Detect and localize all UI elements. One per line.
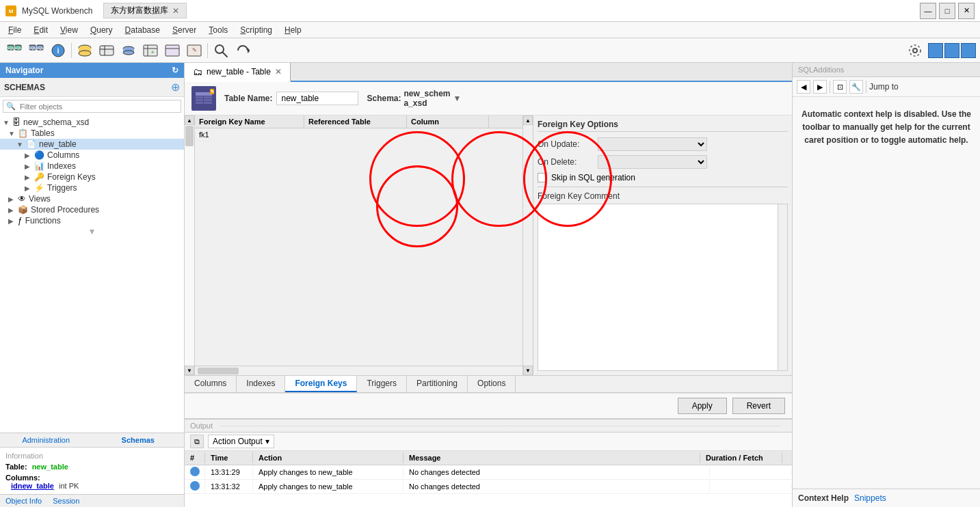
tab-indexes[interactable]: Indexes — [237, 376, 285, 392]
menu-scripting[interactable]: Scripting — [235, 24, 278, 36]
navigator-refresh-icon[interactable]: ↻ — [172, 66, 178, 75]
schemas-add-icon[interactable]: ⊕ — [171, 81, 180, 94]
toolbar-info[interactable]: i — [48, 41, 68, 60]
tree-scroll-down[interactable]: ▼ — [0, 226, 184, 237]
skip-sql-row: Skip in SQL generation — [538, 173, 788, 182]
db-tab[interactable]: 东方财富数据库 ✕ — [103, 3, 187, 18]
tree-new-table-item[interactable]: ▼ 📄 new_table — [0, 139, 184, 150]
toolbar-new-table[interactable]: + — [140, 41, 161, 60]
tab-partitioning[interactable]: Partitioning — [407, 376, 468, 392]
table-tab-close[interactable]: ✕ — [275, 67, 282, 77]
app-icon: M — [5, 5, 16, 16]
tree-foreign-keys-item[interactable]: ▶ 🔑 Foreign Keys — [0, 172, 184, 182]
object-info-tab[interactable]: Object Info — [0, 495, 47, 507]
scroll-up-btn[interactable]: ▲ — [185, 115, 194, 125]
menu-file[interactable]: File — [3, 24, 27, 36]
fk-col-ref-header: Referenced Table — [304, 115, 407, 128]
context-help-tab[interactable]: Context Help — [798, 493, 849, 503]
on-update-select[interactable] — [598, 137, 707, 151]
tree-views-item[interactable]: ▶ 👁 Views — [0, 193, 184, 204]
tab-columns[interactable]: Columns — [185, 376, 237, 392]
sql-back-btn[interactable]: ◀ — [797, 80, 810, 94]
out-header-message: Message — [403, 452, 700, 463]
fk-col-cell — [407, 128, 489, 141]
app-title: MySQL Workbench — [22, 6, 92, 16]
filter-box: 🔍 — [3, 100, 181, 113]
tree-schema-item[interactable]: ▼ 🗄 new_schema_xsd — [0, 117, 184, 128]
layout-btn-3[interactable] — [961, 43, 976, 58]
toolbar-open-table[interactable] — [96, 41, 117, 60]
schema-icon: 🗄 — [12, 118, 21, 127]
fk-row-0[interactable]: fk1 — [195, 128, 522, 141]
fk-col-col-header: Column — [407, 115, 489, 128]
schema-dropdown-arrow[interactable]: ▼ — [453, 94, 462, 103]
fk-row-empty[interactable] — [195, 141, 522, 278]
scroll-down-btn[interactable]: ▼ — [185, 366, 194, 375]
toolbar-search[interactable] — [211, 41, 231, 60]
action-output-dropdown[interactable]: Action Output ▾ — [208, 435, 274, 448]
tab-foreign-keys[interactable]: Foreign Keys — [285, 376, 357, 392]
toolbar-settings[interactable] — [905, 41, 925, 60]
scroll-thumb[interactable] — [185, 126, 194, 146]
tree-columns-item[interactable]: ▶ 🔵 Columns — [0, 150, 184, 161]
toolbar-reconnect[interactable] — [233, 41, 253, 60]
menu-help[interactable]: Help — [279, 24, 307, 36]
tree-triggers-item[interactable]: ▶ ⚡ Triggers — [0, 182, 184, 193]
filter-input[interactable] — [18, 101, 181, 112]
fk-comment-box[interactable] — [538, 204, 788, 371]
table-editor-icon: ✎ — [191, 86, 216, 111]
tree-stored-procedures-item[interactable]: ▶ 📦 Stored Procedures — [0, 204, 184, 215]
sql-help-btn[interactable]: ⊡ — [833, 80, 847, 94]
toolbar-new-view[interactable] — [162, 41, 183, 60]
toolbar-new-schema[interactable] — [118, 41, 139, 60]
table-name-input[interactable] — [276, 92, 358, 105]
sql-nav-separator-2 — [866, 81, 866, 93]
revert-button[interactable]: Revert — [732, 398, 785, 414]
table-editor-tab[interactable]: 🗂 new_table - Table ✕ — [185, 63, 291, 82]
db-tab-close[interactable]: ✕ — [172, 6, 179, 16]
sql-config-btn[interactable]: 🔧 — [849, 80, 863, 94]
fk-h-scroll-thumb[interactable] — [198, 368, 239, 374]
schemas-tab[interactable]: Schemas — [92, 433, 185, 447]
apply-button[interactable]: Apply — [678, 398, 727, 414]
tab-triggers[interactable]: Triggers — [357, 376, 407, 392]
fk-comment-textarea[interactable] — [538, 204, 778, 370]
expand-icon: ▶ — [25, 163, 33, 170]
close-button[interactable]: ✕ — [958, 3, 975, 19]
toolbar-edit-data[interactable]: ✎ — [184, 41, 204, 60]
tab-options[interactable]: Options — [468, 376, 516, 392]
svg-rect-39 — [204, 99, 212, 101]
layout-btn-1[interactable] — [928, 43, 943, 58]
output-copy-icon[interactable]: ⧉ — [190, 435, 204, 448]
toolbar-separator-1 — [71, 43, 72, 58]
sql-jump-label: Jump to — [869, 82, 899, 92]
functions-icon: ƒ — [18, 216, 23, 225]
tree-functions-item[interactable]: ▶ ƒ Functions — [0, 215, 184, 226]
minimize-button[interactable]: — — [920, 3, 936, 19]
scroll-up-btn-r[interactable]: ▲ — [523, 115, 533, 125]
sql-nav-separator — [830, 81, 830, 93]
menu-view[interactable]: View — [55, 24, 83, 36]
snippets-tab[interactable]: Snippets — [854, 493, 886, 503]
menu-tools[interactable]: Tools — [203, 24, 233, 36]
scroll-track — [185, 125, 194, 366]
toolbar-new-connection[interactable]: SQLSQL — [4, 41, 25, 60]
menu-database[interactable]: Database — [120, 24, 165, 36]
administration-tab[interactable]: Administration — [0, 433, 92, 447]
on-delete-select[interactable] — [598, 155, 707, 169]
sql-forward-btn[interactable]: ▶ — [813, 80, 827, 94]
layout-btn-2[interactable] — [944, 43, 959, 58]
tree-indexes-item[interactable]: ▶ 📊 Indexes — [0, 161, 184, 172]
toolbar-open-schema[interactable] — [75, 41, 95, 60]
skip-sql-checkbox[interactable] — [538, 173, 547, 182]
toolbar-manage-connections[interactable]: SQLSQL — [26, 41, 47, 60]
foreign-keys-icon: 🔑 — [34, 172, 44, 182]
menu-server[interactable]: Server — [167, 24, 202, 36]
menu-edit[interactable]: Edit — [28, 24, 53, 36]
maximize-button[interactable]: □ — [939, 3, 955, 19]
menu-query[interactable]: Query — [85, 24, 118, 36]
tree-tables-item[interactable]: ▼ 📋 Tables — [0, 128, 184, 139]
scroll-down-btn-r[interactable]: ▼ — [523, 366, 533, 375]
session-tab[interactable]: Session — [47, 495, 85, 507]
svg-text:✎: ✎ — [192, 47, 197, 53]
